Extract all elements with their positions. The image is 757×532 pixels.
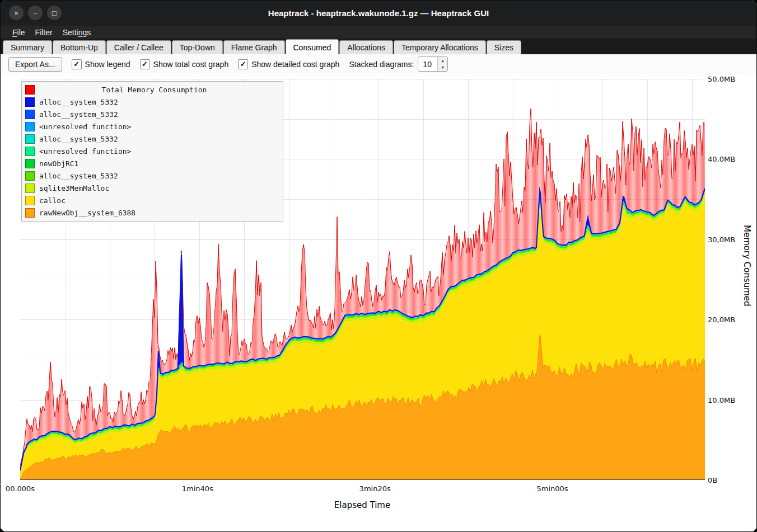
menu-file[interactable]: File <box>7 27 30 38</box>
spin-down-button[interactable]: ▼ <box>438 64 447 72</box>
legend-swatch <box>25 85 35 95</box>
chart-legend: Total Memory Consumptionalloc__system_53… <box>21 81 283 222</box>
stacked-diagrams-label: Stacked diagrams: <box>349 60 414 69</box>
window-title: Heaptrack - heaptrack.wakunode.1.gz — He… <box>268 8 489 18</box>
export-as-button[interactable]: Export As... <box>8 57 62 72</box>
legend-row: calloc <box>24 194 283 206</box>
legend-row: alloc__system_5332 <box>24 108 283 120</box>
tab-bar: SummaryBottom-UpCaller / CalleeTop-DownF… <box>1 39 756 54</box>
y-tick-label: 10,0MB <box>708 396 735 404</box>
checkbox-box[interactable]: ✓ <box>72 59 82 69</box>
tab-consumed[interactable]: Consumed <box>286 39 339 54</box>
legend-label: alloc__system_5332 <box>39 110 118 119</box>
tab-allocations[interactable]: Allocations <box>339 40 393 54</box>
stacked-diagrams-value[interactable]: 10 <box>418 60 437 69</box>
y-tick-label: 40,0MB <box>708 155 735 163</box>
stacked-diagrams-spinbox[interactable]: 10 ▲ ▼ <box>418 57 448 72</box>
legend-swatch <box>25 171 35 181</box>
legend-swatch <box>25 122 35 131</box>
tab-summary[interactable]: Summary <box>3 40 52 54</box>
y-tick-label: 30,0MB <box>708 235 735 243</box>
checkbox-box[interactable]: ✓ <box>140 59 150 69</box>
checkbox-show-detailed-cost-graph[interactable]: ✓Show detailed cost graph <box>238 59 339 69</box>
legend-row: <unresolved function> <box>24 145 283 157</box>
legend-swatch <box>25 147 35 156</box>
titlebar: ×−□ Heaptrack - heaptrack.wakunode.1.gz … <box>1 1 756 26</box>
legend-label: alloc__system_5332 <box>39 172 118 180</box>
menu-filter[interactable]: Filter <box>30 27 58 38</box>
legend-row: alloc__system_5332 <box>24 170 283 182</box>
legend-row: alloc__system_5332 <box>24 133 283 145</box>
legend-label: sqlite3MemMalloc <box>39 184 109 192</box>
tab-top-down[interactable]: Top-Down <box>172 40 223 54</box>
spin-up-button[interactable]: ▲ <box>438 57 447 64</box>
legend-label: rawNewObj__system_6388 <box>39 209 135 217</box>
tab-sizes[interactable]: Sizes <box>487 40 521 54</box>
menu-settings[interactable]: Settings <box>58 27 96 38</box>
legend-row: alloc__system_5332 <box>24 96 283 108</box>
legend-swatch <box>25 208 35 218</box>
tab-flame-graph[interactable]: Flame Graph <box>223 40 285 54</box>
legend-label: alloc__system_5332 <box>39 135 118 143</box>
legend-label: alloc__system_5332 <box>39 98 118 106</box>
checkbox-label: Show detailed cost graph <box>251 60 339 69</box>
x-tick-label: 5min00s <box>536 484 568 493</box>
checkbox-show-legend[interactable]: ✓Show legend <box>72 59 130 69</box>
legend-label: Total Memory Consumption <box>39 86 269 94</box>
y-tick-label: 0B <box>708 476 717 484</box>
legend-swatch <box>25 196 35 205</box>
maximize-button[interactable]: □ <box>47 6 62 20</box>
x-tick-label: 1min40s <box>182 484 213 493</box>
window-controls: ×−□ <box>9 6 62 20</box>
legend-label: <unresolved function> <box>39 123 131 131</box>
toolbar: Export As... ✓Show legend✓Show total cos… <box>1 54 756 74</box>
legend-swatch <box>25 134 35 144</box>
legend-row: newObjRC1 <box>24 157 283 170</box>
legend-swatch <box>25 97 35 107</box>
legend-swatch <box>25 183 35 193</box>
x-axis-title: Elapsed Time <box>334 500 390 510</box>
menu-bar: FileFilterSettings <box>1 26 756 39</box>
x-tick-label: 3min20s <box>359 484 391 493</box>
chart-region: Total Memory Consumptionalloc__system_53… <box>1 74 756 532</box>
y-tick-label: 50,0MB <box>708 75 735 83</box>
stacked-diagrams-control: Stacked diagrams: 10 ▲ ▼ <box>349 57 448 72</box>
heaptrack-window: ×−□ Heaptrack - heaptrack.wakunode.1.gz … <box>0 0 757 532</box>
tab-temporary-allocations[interactable]: Temporary Allocations <box>394 40 486 54</box>
legend-label: <unresolved function> <box>39 147 131 156</box>
checkbox-label: Show total cost graph <box>153 60 229 69</box>
legend-label: calloc <box>39 196 66 205</box>
y-axis-title: Memory Consumed <box>742 225 752 307</box>
legend-row: sqlite3MemMalloc <box>24 182 283 194</box>
checkbox-label: Show legend <box>85 60 130 69</box>
legend-title-row: Total Memory Consumption <box>24 83 283 96</box>
legend-swatch <box>25 159 35 168</box>
close-button[interactable]: × <box>9 6 24 20</box>
checkbox-show-total-cost-graph[interactable]: ✓Show total cost graph <box>140 59 229 69</box>
minimize-button[interactable]: − <box>28 6 43 20</box>
legend-swatch <box>25 110 35 119</box>
legend-row: rawNewObj__system_6388 <box>24 206 283 219</box>
legend-label: newObjRC1 <box>39 159 78 168</box>
x-tick-label: 00.000s <box>6 484 35 493</box>
spinbox-arrows: ▲ ▼ <box>437 57 447 71</box>
legend-row: <unresolved function> <box>24 120 283 133</box>
tab-bottom-up[interactable]: Bottom-Up <box>53 40 106 54</box>
y-tick-label: 20,0MB <box>708 316 735 324</box>
tab-caller-callee[interactable]: Caller / Callee <box>106 40 171 54</box>
checkbox-box[interactable]: ✓ <box>238 59 248 69</box>
